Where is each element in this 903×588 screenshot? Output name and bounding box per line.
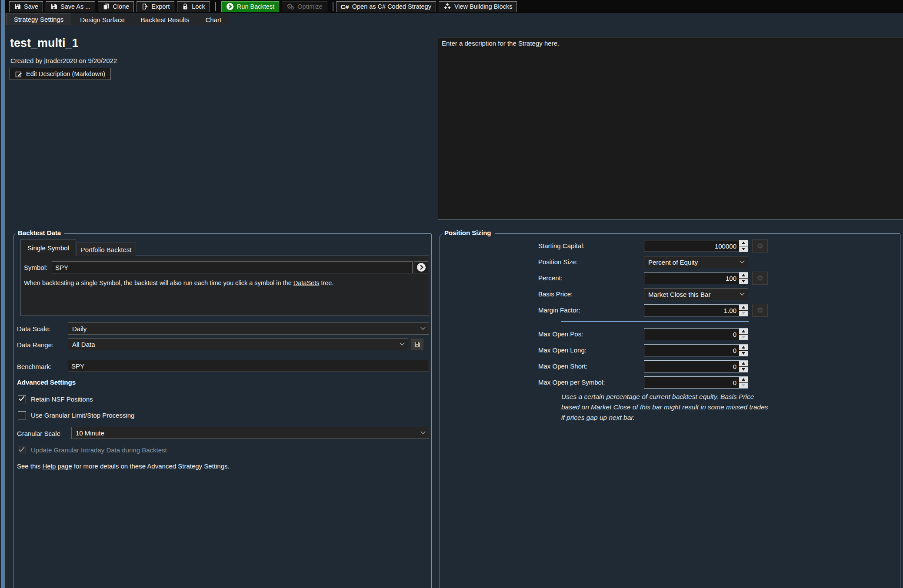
save-icon	[14, 3, 21, 10]
granular-scale-select[interactable]: 10 Minute	[71, 427, 429, 439]
margin-factor-input[interactable]	[644, 304, 748, 316]
run-backtest-button[interactable]: Run Backtest	[221, 1, 279, 12]
clone-button[interactable]: Clone	[98, 1, 134, 12]
spin-down-button[interactable]	[739, 367, 748, 372]
spin-down-button[interactable]	[739, 246, 748, 252]
tab-design-surface[interactable]: Design Surface	[73, 14, 132, 25]
margin-factor-optimize-button[interactable]: ⚙	[752, 304, 768, 317]
tab-chart[interactable]: Chart	[198, 14, 229, 25]
spin-down-button[interactable]	[739, 351, 748, 356]
max-open-pos-value[interactable]	[644, 329, 739, 340]
created-by-line: Created by jtrader2020 on 9/20/2022	[10, 57, 117, 64]
spin-down-button[interactable]	[739, 279, 748, 284]
position-sizing-divider	[561, 321, 749, 322]
strategy-description-input[interactable]: Enter a description for the Strategy her…	[438, 37, 903, 219]
arrow-up-icon	[742, 274, 745, 276]
margin-factor-spinner	[739, 305, 748, 316]
spin-up-button[interactable]	[739, 272, 748, 278]
backtest-data-group: Backtest Data Single Symbol Portfolio Ba…	[13, 233, 432, 588]
data-scale-select[interactable]: Daily	[68, 322, 429, 335]
run-icon	[226, 3, 234, 10]
arrow-down-icon	[742, 312, 745, 315]
max-open-long-input[interactable]	[644, 344, 748, 356]
save-as-button[interactable]: Save As ...	[46, 1, 95, 12]
margin-factor-value[interactable]	[644, 305, 739, 316]
symbol-next-button[interactable]	[414, 261, 428, 273]
benchmark-input[interactable]	[68, 360, 429, 372]
arrow-up-icon	[742, 378, 745, 381]
arrow-down-icon	[742, 384, 745, 387]
use-granular-checkbox[interactable]: Use Granular Limit/Stop Processing	[18, 411, 134, 419]
chevron-down-icon	[740, 291, 744, 296]
tab-portfolio-backtest[interactable]: Portfolio Backtest	[76, 243, 136, 256]
help-page-link[interactable]: Help page	[42, 462, 72, 470]
percent-label: Percent:	[538, 274, 563, 282]
max-open-pos-spinner	[739, 329, 748, 340]
checkbox-box	[18, 411, 26, 419]
gears-icon: ⚙	[756, 243, 763, 250]
lock-button[interactable]: Lock	[177, 1, 210, 12]
percent-optimize-button[interactable]: ⚙	[752, 272, 768, 285]
percent-input[interactable]	[644, 272, 748, 284]
data-range-select[interactable]: All Data	[68, 338, 408, 350]
save-range-floppy-icon	[414, 341, 420, 348]
arrow-up-icon	[742, 306, 745, 309]
save-button[interactable]: Save	[9, 1, 43, 12]
spin-up-button[interactable]	[739, 305, 748, 310]
max-open-per-symbol-value[interactable]	[644, 377, 739, 388]
starting-capital-spinner	[739, 240, 748, 252]
spin-up-button[interactable]	[739, 329, 748, 334]
save-data-range-button[interactable]	[410, 338, 424, 351]
info-text-after: tree.	[319, 279, 333, 286]
spin-down-button[interactable]	[739, 311, 748, 316]
data-range-label: Data Range:	[17, 341, 53, 349]
max-open-short-value[interactable]	[644, 361, 739, 372]
view-building-blocks-button[interactable]: View Building Blocks	[439, 1, 517, 12]
retain-nsf-checkbox[interactable]: Retain NSF Positions	[18, 395, 93, 403]
data-scale-value: Daily	[72, 325, 421, 332]
view-building-blocks-label: View Building Blocks	[454, 3, 513, 10]
max-open-short-input[interactable]	[644, 360, 748, 372]
starting-capital-optimize-button[interactable]: ⚙	[752, 239, 768, 252]
spin-up-button[interactable]	[739, 361, 748, 366]
datasets-link[interactable]: DataSets	[293, 279, 320, 286]
starting-capital-input[interactable]	[644, 240, 748, 252]
basis-price-label: Basis Price:	[538, 290, 573, 298]
max-open-pos-input[interactable]	[644, 328, 748, 340]
chevron-down-icon	[420, 325, 425, 330]
strategy-description-box: Enter a description for the Strategy her…	[438, 37, 903, 220]
tab-backtest-results[interactable]: Backtest Results	[133, 14, 197, 25]
page-title: test_multi_1	[10, 37, 79, 50]
edit-description-button[interactable]: Edit Description (Markdown)	[10, 68, 111, 80]
gears-icon: ⚙	[756, 307, 763, 314]
starting-capital-value[interactable]	[644, 240, 739, 252]
optimize-gears-icon: ⚙⚙	[287, 3, 294, 10]
tab-strategy-settings[interactable]: Strategy Settings	[6, 13, 71, 25]
lock-label: Lock	[192, 3, 205, 10]
spin-down-button[interactable]	[739, 383, 748, 389]
spin-up-button[interactable]	[739, 377, 748, 382]
max-open-per-symbol-input[interactable]	[644, 376, 748, 389]
spin-up-button[interactable]	[739, 240, 748, 246]
basis-price-select[interactable]: Market Close this Bar	[644, 288, 748, 300]
edit-pencil-icon	[15, 70, 23, 78]
symbol-input[interactable]	[52, 261, 413, 273]
max-open-per-symbol-spinner	[739, 377, 748, 388]
open-csharp-button[interactable]: C# Open as C# Coded Strategy	[336, 1, 436, 12]
export-button[interactable]: Export	[137, 1, 174, 12]
spin-up-button[interactable]	[739, 345, 748, 350]
max-open-long-label: Max Open Long:	[538, 346, 586, 354]
chevron-down-icon	[420, 429, 425, 434]
toolbar-separator-2	[333, 2, 333, 11]
max-open-long-value[interactable]	[644, 345, 739, 356]
tab-single-symbol[interactable]: Single Symbol	[20, 239, 76, 256]
max-open-long-spinner	[739, 345, 748, 356]
checkbox-box	[18, 395, 26, 403]
spin-down-button[interactable]	[739, 335, 748, 340]
window-resize-edge[interactable]	[0, 0, 5, 588]
circle-chevron-right-icon	[417, 262, 426, 272]
check-icon	[19, 395, 25, 401]
percent-value[interactable]	[644, 272, 739, 284]
export-icon	[141, 3, 148, 10]
position-size-select[interactable]: Percent of Equity	[644, 256, 748, 268]
